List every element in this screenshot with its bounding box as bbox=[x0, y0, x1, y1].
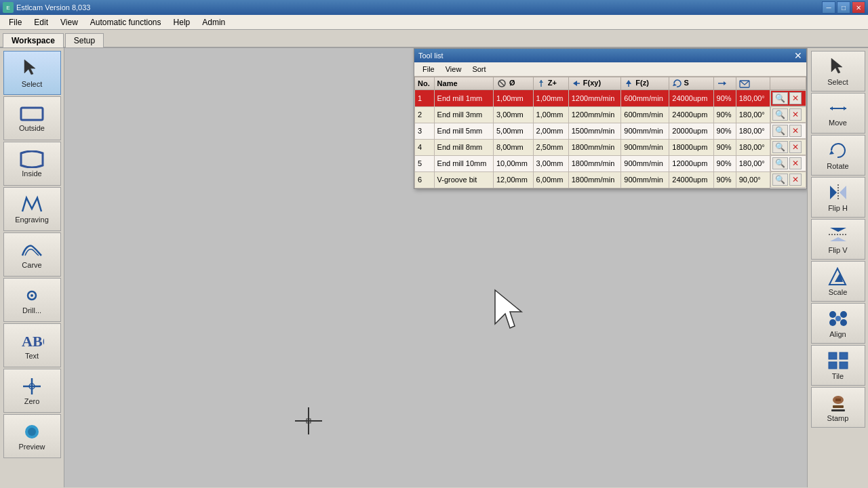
delete-action-icon[interactable]: ✕ bbox=[789, 92, 802, 104]
tool-move[interactable]: Move bbox=[811, 93, 865, 134]
delete-action-icon[interactable]: ✕ bbox=[789, 141, 802, 153]
cell-angle: 180,00° bbox=[736, 139, 770, 155]
tool-rotate[interactable]: Rotate bbox=[811, 135, 865, 176]
menu-admin[interactable]: Admin bbox=[196, 16, 231, 29]
close-button[interactable]: ✕ bbox=[852, 1, 865, 14]
tool-flip-h-label: Flip H bbox=[828, 204, 848, 212]
search-action-icon[interactable]: 🔍 bbox=[772, 141, 788, 153]
menu-file[interactable]: File bbox=[3, 16, 28, 29]
menu-edit[interactable]: Edit bbox=[28, 16, 54, 29]
tool-text[interactable]: ABC Text bbox=[3, 323, 61, 367]
minimize-button[interactable]: ─ bbox=[822, 1, 835, 14]
tool-stamp-label: Stamp bbox=[827, 414, 849, 422]
svg-marker-30 bbox=[829, 150, 834, 155]
tool-select-left[interactable]: Select bbox=[3, 51, 61, 95]
cell-diameter: 10,00mm bbox=[493, 155, 533, 171]
cell-fxy: 1200mm/min bbox=[568, 90, 621, 107]
tool-align-label: Align bbox=[829, 330, 846, 338]
move-icon bbox=[827, 100, 849, 117]
canvas-area[interactable]: Tool list ✕ File View Sort No. Name bbox=[64, 48, 807, 487]
tool-outside[interactable]: Outside bbox=[3, 96, 61, 140]
preview-icon bbox=[22, 422, 42, 441]
svg-line-15 bbox=[499, 81, 505, 86]
menu-automatic-functions[interactable]: Automatic functions bbox=[84, 16, 167, 29]
cell-diameter: 12,00mm bbox=[493, 171, 533, 188]
menu-help[interactable]: Help bbox=[167, 16, 197, 29]
delete-action-icon[interactable]: ✕ bbox=[789, 108, 802, 121]
cell-fxy: 1800mm/min bbox=[568, 139, 621, 155]
tool-list-title-bar: Tool list ✕ bbox=[414, 49, 806, 62]
search-action-icon[interactable]: 🔍 bbox=[772, 108, 788, 121]
tool-tile[interactable]: Tile bbox=[811, 345, 865, 386]
cell-fxy: 1800mm/min bbox=[568, 155, 621, 171]
cell-fxy: 1500mm/min bbox=[568, 123, 621, 139]
drill-icon bbox=[20, 286, 44, 305]
tool-flip-h[interactable]: Flip H bbox=[811, 177, 865, 218]
tool-engraving[interactable]: Engraving bbox=[3, 187, 61, 231]
delete-action-icon[interactable]: ✕ bbox=[789, 157, 802, 169]
cell-fz: 900mm/min bbox=[621, 171, 669, 188]
col-name: Name bbox=[434, 77, 493, 90]
tool-drill[interactable]: Drill... bbox=[3, 278, 61, 322]
scale-icon bbox=[828, 267, 848, 286]
cell-z: 6,00mm bbox=[533, 171, 568, 188]
cell-s: 20000upm bbox=[669, 123, 713, 139]
tile-icon bbox=[827, 351, 849, 370]
inside-icon bbox=[20, 150, 44, 168]
table-row[interactable]: 4 End mill 8mm 8,00mm 2,50mm 1800mm/min … bbox=[415, 139, 806, 155]
tool-tile-label: Tile bbox=[832, 372, 844, 380]
search-action-icon[interactable]: 🔍 bbox=[772, 92, 788, 104]
maximize-button[interactable]: □ bbox=[837, 1, 850, 14]
table-row[interactable]: 1 End mill 1mm 1,00mm 1,00mm 1200mm/min … bbox=[415, 90, 806, 107]
tool-align[interactable]: Align bbox=[811, 303, 865, 344]
cell-s: 24000upm bbox=[669, 90, 713, 107]
svg-point-40 bbox=[840, 311, 847, 318]
delete-action-icon[interactable]: ✕ bbox=[789, 174, 802, 186]
cell-pct: 90% bbox=[713, 155, 736, 171]
cell-diameter: 8,00mm bbox=[493, 139, 533, 155]
cell-z: 1,00mm bbox=[533, 106, 568, 123]
cell-s: 24000upm bbox=[669, 106, 713, 123]
cell-actions: 🔍 ✕ bbox=[770, 106, 806, 123]
cell-s: 18000upm bbox=[669, 139, 713, 155]
tool-carve[interactable]: Carve bbox=[3, 232, 61, 277]
cell-no: 3 bbox=[415, 123, 435, 139]
tab-workspace[interactable]: Workspace bbox=[3, 33, 64, 47]
tool-scale[interactable]: Scale bbox=[811, 261, 865, 302]
col-envelope bbox=[736, 77, 770, 90]
svg-rect-49 bbox=[835, 399, 841, 401]
tool-inside[interactable]: Inside bbox=[3, 142, 61, 186]
table-row[interactable]: 6 V-groove bit 12,00mm 6,00mm 1800mm/min… bbox=[415, 171, 806, 188]
table-row[interactable]: 2 End mill 3mm 3,00mm 1,00mm 1200mm/min … bbox=[415, 106, 806, 123]
right-toolbar: Select Move Rotate bbox=[807, 48, 868, 487]
app-title: Estlcam Version 8,033 bbox=[16, 3, 90, 12]
svg-marker-28 bbox=[830, 106, 833, 110]
tool-flip-v[interactable]: Flip V bbox=[811, 219, 865, 260]
search-action-icon[interactable]: 🔍 bbox=[772, 174, 788, 186]
tool-stamp[interactable]: Stamp bbox=[811, 387, 865, 428]
tool-preview-label: Preview bbox=[18, 443, 45, 451]
search-action-icon[interactable]: 🔍 bbox=[772, 157, 788, 169]
col-arrow bbox=[713, 77, 736, 90]
tool-zero[interactable]: Zero bbox=[3, 369, 61, 413]
cell-name: End mill 8mm bbox=[434, 139, 493, 155]
delete-action-icon[interactable]: ✕ bbox=[789, 125, 802, 137]
tool-list-menu-file[interactable]: File bbox=[417, 64, 440, 75]
tool-preview[interactable]: Preview bbox=[3, 414, 61, 458]
table-row[interactable]: 5 End mill 10mm 10,00mm 3,00mm 1800mm/mi… bbox=[415, 155, 806, 171]
tool-select-right[interactable]: Select bbox=[811, 51, 865, 92]
tool-list-menu-view[interactable]: View bbox=[440, 64, 467, 75]
left-toolbar: Select Outside Inside bbox=[0, 48, 64, 487]
cell-actions: 🔍 ✕ bbox=[770, 155, 806, 171]
svg-rect-45 bbox=[840, 352, 848, 359]
tool-list-close-button[interactable]: ✕ bbox=[794, 51, 802, 60]
menu-view[interactable]: View bbox=[54, 16, 84, 29]
window-controls: ─ □ ✕ bbox=[822, 1, 865, 14]
tool-list-menu-sort[interactable]: Sort bbox=[467, 64, 491, 75]
cell-name: End mill 3mm bbox=[434, 106, 493, 123]
svg-rect-47 bbox=[840, 362, 848, 369]
tab-setup[interactable]: Setup bbox=[65, 33, 104, 47]
cell-z: 2,50mm bbox=[533, 139, 568, 155]
search-action-icon[interactable]: 🔍 bbox=[772, 125, 788, 137]
table-row[interactable]: 3 End mill 5mm 5,00mm 2,00mm 1500mm/min … bbox=[415, 123, 806, 139]
